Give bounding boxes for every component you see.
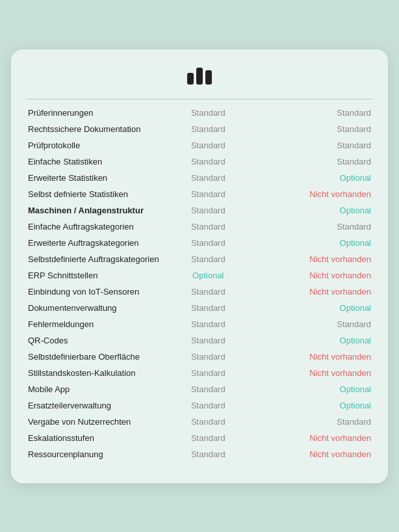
funktion-cell: Selbst defnierte Statistiken bbox=[27, 186, 165, 202]
maintmaster-cell: Standard bbox=[165, 430, 251, 446]
header bbox=[27, 68, 372, 87]
wartung-cell: Optional bbox=[251, 235, 372, 251]
wartung-cell: Standard bbox=[251, 105, 372, 121]
table-row: Selbstdefinierte AuftragskategorienStand… bbox=[27, 251, 372, 267]
table-row: Mobile AppStandardOptional bbox=[27, 381, 372, 397]
funktion-cell: Dokumentenverwaltung bbox=[27, 300, 165, 316]
maintmaster-cell: Standard bbox=[165, 219, 251, 235]
table-row: Vergabe von NutzerrechtenStandardStandar… bbox=[27, 414, 372, 430]
funktion-cell: Prüfprotokolle bbox=[27, 137, 165, 153]
funktion-cell: Einfache Auftragskategorien bbox=[27, 219, 165, 235]
maintmaster-cell: Standard bbox=[165, 414, 251, 430]
funktion-cell: Einbindung von IoT-Sensoren bbox=[27, 284, 165, 300]
maintmaster-cell: Standard bbox=[165, 332, 251, 349]
wartung-cell: Nicht vorhanden bbox=[251, 430, 372, 446]
table-row: PrüferinnerungenStandardStandard bbox=[27, 105, 372, 121]
funktion-cell: Erweiterte Statistiken bbox=[27, 170, 165, 186]
maintmaster-cell: Standard bbox=[165, 316, 251, 332]
maintmaster-cell: Standard bbox=[165, 153, 251, 170]
funktion-cell: Prüferinnerungen bbox=[27, 105, 165, 121]
wartung-cell: Standard bbox=[251, 316, 372, 332]
wartung-cell: Standard bbox=[251, 219, 372, 235]
logo-area bbox=[187, 68, 212, 87]
funktion-cell: Stillstandskosten-Kalkulation bbox=[27, 365, 165, 381]
wartung-cell: Standard bbox=[251, 414, 372, 430]
bar1 bbox=[187, 73, 194, 85]
table-row: Erweiterte StatistikenStandardOptional bbox=[27, 170, 372, 186]
table-row: Selbst defnierte StatistikenStandardNich… bbox=[27, 186, 372, 202]
table-row: FehlermeldungenStandardStandard bbox=[27, 316, 372, 332]
header-divider bbox=[27, 99, 372, 100]
table-row: Einfache AuftragskategorienStandardStand… bbox=[27, 219, 372, 235]
table-row: ErsatzteilerverwaltungStandardOptional bbox=[27, 397, 372, 414]
table-row: EskalationsstufenStandardNicht vorhanden bbox=[27, 430, 372, 446]
wartung-cell: Nicht vorhanden bbox=[251, 365, 372, 381]
funktion-cell: Erweiterte Auftragskategorien bbox=[27, 235, 165, 251]
wartung-cell: Standard bbox=[251, 121, 372, 137]
wartung-cell: Nicht vorhanden bbox=[251, 284, 372, 300]
funktion-cell: Ersatzteilerverwaltung bbox=[27, 397, 165, 414]
wartung-cell: Optional bbox=[251, 397, 372, 414]
table-row: Erweiterte AuftragskategorienStandardOpt… bbox=[27, 235, 372, 251]
funktion-cell: ERP Schnittstellen bbox=[27, 267, 165, 284]
bar3 bbox=[205, 70, 212, 85]
maintmaster-cell: Standard bbox=[165, 446, 251, 462]
wartung-cell: Optional bbox=[251, 170, 372, 186]
wartung-cell: Optional bbox=[251, 332, 372, 349]
table-row: PrüfprotokolleStandardStandard bbox=[27, 137, 372, 153]
maintmaster-cell: Standard bbox=[165, 251, 251, 267]
maintmaster-cell: Optional bbox=[165, 267, 251, 284]
maintmaster-cell: Standard bbox=[165, 105, 251, 121]
maintmaster-cell: Standard bbox=[165, 121, 251, 137]
comparison-table: PrüferinnerungenStandardStandardRechtssi… bbox=[27, 105, 372, 462]
maintmaster-cell: Standard bbox=[165, 365, 251, 381]
wartung-cell: Nicht vorhanden bbox=[251, 349, 372, 365]
funktion-cell: Fehlermeldungen bbox=[27, 316, 165, 332]
bar2 bbox=[196, 68, 203, 85]
maintmaster-cell: Standard bbox=[165, 170, 251, 186]
logo-bars-icon bbox=[187, 68, 212, 85]
table-row: ERP SchnittstellenOptionalNicht vorhande… bbox=[27, 267, 372, 284]
wartung-cell: Nicht vorhanden bbox=[251, 186, 372, 202]
table-row: Stillstandskosten-KalkulationStandardNic… bbox=[27, 365, 372, 381]
funktion-cell: Mobile App bbox=[27, 381, 165, 397]
wartung-cell: Standard bbox=[251, 153, 372, 170]
wartung-cell: Nicht vorhanden bbox=[251, 267, 372, 284]
table-row: QR-CodesStandardOptional bbox=[27, 332, 372, 349]
maintmaster-cell: Standard bbox=[165, 186, 251, 202]
funktion-cell: Rechtssichere Dokumentation bbox=[27, 121, 165, 137]
funktion-cell: Einfache Statistiken bbox=[27, 153, 165, 170]
table-row: Rechtssichere DokumentationStandardStand… bbox=[27, 121, 372, 137]
funktion-cell: QR-Codes bbox=[27, 332, 165, 349]
maintmaster-cell: Standard bbox=[165, 349, 251, 365]
funktion-cell: Maschinen / Anlagenstruktur bbox=[27, 202, 165, 219]
comparison-card: PrüferinnerungenStandardStandardRechtssi… bbox=[11, 49, 388, 483]
wartung-cell: Optional bbox=[251, 381, 372, 397]
funktion-cell: Vergabe von Nutzerrechten bbox=[27, 414, 165, 430]
wartung-cell: Nicht vorhanden bbox=[251, 446, 372, 462]
funktion-cell: Selbstdefinierte Auftragskategorien bbox=[27, 251, 165, 267]
table-row: Selbstdefinierbare OberflächeStandardNic… bbox=[27, 349, 372, 365]
maintmaster-cell: Standard bbox=[165, 300, 251, 316]
maintmaster-cell: Standard bbox=[165, 235, 251, 251]
table-row: Einfache StatistikenStandardStandard bbox=[27, 153, 372, 170]
funktion-cell: Ressourcenplanung bbox=[27, 446, 165, 462]
table-row: RessourcenplanungStandardNicht vorhanden bbox=[27, 446, 372, 462]
table-row: Maschinen / AnlagenstrukturStandardOptio… bbox=[27, 202, 372, 219]
maintmaster-cell: Standard bbox=[165, 397, 251, 414]
maintmaster-cell: Standard bbox=[165, 202, 251, 219]
wartung-cell: Standard bbox=[251, 137, 372, 153]
funktion-cell: Eskalationsstufen bbox=[27, 430, 165, 446]
table-row: Einbindung von IoT-SensorenStandardNicht… bbox=[27, 284, 372, 300]
table-row: DokumentenverwaltungStandardOptional bbox=[27, 300, 372, 316]
wartung-cell: Optional bbox=[251, 202, 372, 219]
funktion-cell: Selbstdefinierbare Oberfläche bbox=[27, 349, 165, 365]
maintmaster-cell: Standard bbox=[165, 137, 251, 153]
wartung-cell: Optional bbox=[251, 300, 372, 316]
maintmaster-cell: Standard bbox=[165, 381, 251, 397]
maintmaster-cell: Standard bbox=[165, 284, 251, 300]
wartung-cell: Nicht vorhanden bbox=[251, 251, 372, 267]
